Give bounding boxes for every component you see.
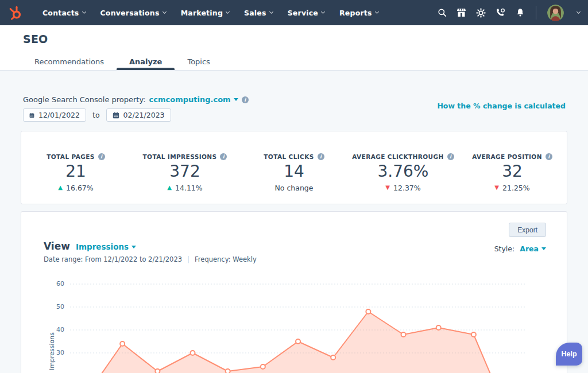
style-label: Style: [494, 244, 515, 253]
impressions-chart-svg[interactable] [70, 275, 527, 373]
notifications-bell-icon[interactable] [515, 8, 525, 18]
property-label: Google Search Console property: [23, 95, 146, 104]
date-from-input[interactable]: 12/01/2022 [23, 108, 86, 122]
settings-gear-icon[interactable] [476, 8, 486, 18]
delta-down-icon: ▼ [385, 185, 390, 191]
stat-value: 372 [169, 163, 200, 181]
nav-divider [536, 6, 536, 20]
tab-analyze[interactable]: Analyze [117, 53, 175, 70]
help-button[interactable]: Help [556, 343, 582, 366]
stat-average-position: AVERAGE POSITION 32 ▼21.25% [458, 153, 567, 192]
delta-down-icon: ▼ [494, 185, 499, 191]
nav-item-contacts[interactable]: Contacts [35, 0, 93, 25]
stat-value: 3.76% [378, 163, 429, 181]
view-title: View [44, 240, 70, 252]
chart-date-range: Date range: From 12/1/2022 to 2/21/2023 [44, 255, 182, 263]
style-dropdown[interactable]: Area [520, 244, 546, 253]
stat-total-clicks: TOTAL CLICKS 14 No change [239, 153, 349, 192]
chevron-down-icon [269, 10, 273, 14]
chevron-down-icon [226, 10, 230, 14]
dropdown-caret-icon [541, 247, 546, 250]
chevron-down-icon [375, 10, 379, 14]
property-info-icon[interactable] [242, 96, 249, 103]
nav-item-conversations[interactable]: Conversations [93, 0, 173, 25]
calls-phone-icon[interactable] [496, 8, 505, 18]
calendar-icon [113, 112, 119, 119]
date-range-row: 12/01/2022 to 02/21/2023 [23, 108, 171, 122]
info-icon[interactable] [546, 153, 552, 160]
nav-menu: Contacts Conversations Marketing Sales S… [35, 0, 386, 25]
search-icon[interactable] [437, 8, 447, 18]
account-chevron-down-icon[interactable] [577, 10, 581, 14]
nav-item-sales[interactable]: Sales [237, 0, 280, 25]
info-icon[interactable] [318, 153, 324, 160]
info-icon[interactable] [220, 153, 227, 160]
stat-value: 14 [284, 163, 304, 181]
nav-utilities [437, 5, 588, 21]
stat-average-clickthrough: AVERAGE CLICKTHROUGH 3.76% ▼12.37% [349, 153, 458, 192]
date-range-to-label: to [92, 111, 100, 119]
tab-recommendations[interactable]: Recommendations [22, 53, 117, 70]
info-icon[interactable] [447, 153, 454, 160]
stat-value: 32 [502, 163, 523, 181]
property-dropdown[interactable]: ccmcomputing.com [149, 95, 238, 104]
percent-change-help-link[interactable]: How the % change is calculated [437, 102, 566, 110]
stat-value: 21 [65, 163, 86, 181]
dropdown-caret-icon [131, 246, 136, 248]
chevron-down-icon [163, 10, 167, 14]
nav-item-service[interactable]: Service [280, 0, 332, 25]
top-navigation-bar: Contacts Conversations Marketing Sales S… [0, 0, 588, 25]
calendar-icon [29, 112, 34, 119]
subheader-divider: | [187, 255, 189, 263]
nav-item-reports[interactable]: Reports [332, 0, 386, 25]
date-to-input[interactable]: 02/21/2023 [106, 108, 171, 122]
hubspot-logo-icon[interactable] [7, 5, 24, 21]
delta-up-icon: ▲ [58, 185, 63, 191]
y-axis-tick: 50 [46, 303, 64, 310]
chart-subheader: Date range: From 12/1/2022 to 2/21/2023 … [44, 255, 257, 263]
tab-bar: Recommendations Analyze Topics [22, 53, 223, 70]
info-icon[interactable] [98, 153, 105, 160]
delta-up-icon: ▲ [167, 185, 172, 191]
chart-frequency: Frequency: Weekly [195, 255, 257, 263]
chevron-down-icon [321, 10, 325, 14]
chevron-down-icon [82, 10, 86, 14]
y-axis-label: Impressions [48, 317, 56, 373]
y-axis-tick: 60 [46, 280, 64, 287]
search-console-property-row: Google Search Console property: ccmcompu… [23, 95, 249, 104]
view-metric-dropdown[interactable]: Impressions [76, 242, 136, 251]
stat-total-pages: TOTAL PAGES 21 ▲16.67% [21, 153, 130, 192]
user-avatar[interactable] [547, 5, 564, 21]
dropdown-caret-icon [234, 98, 238, 101]
tab-topics[interactable]: Topics [175, 53, 222, 70]
seo-analyze-page: Contacts Conversations Marketing Sales S… [0, 0, 588, 373]
export-button[interactable]: Export [509, 223, 546, 237]
page-title: SEO [23, 33, 48, 45]
nav-item-marketing[interactable]: Marketing [173, 0, 237, 25]
summary-stats-card: TOTAL PAGES 21 ▲16.67% TOTAL IMPRESSIONS… [21, 131, 567, 204]
stat-total-impressions: TOTAL IMPRESSIONS 372 ▲14.11% [130, 153, 239, 192]
page-header: SEO Recommendations Analyze Topics [0, 25, 588, 71]
marketplace-icon[interactable] [457, 8, 466, 18]
